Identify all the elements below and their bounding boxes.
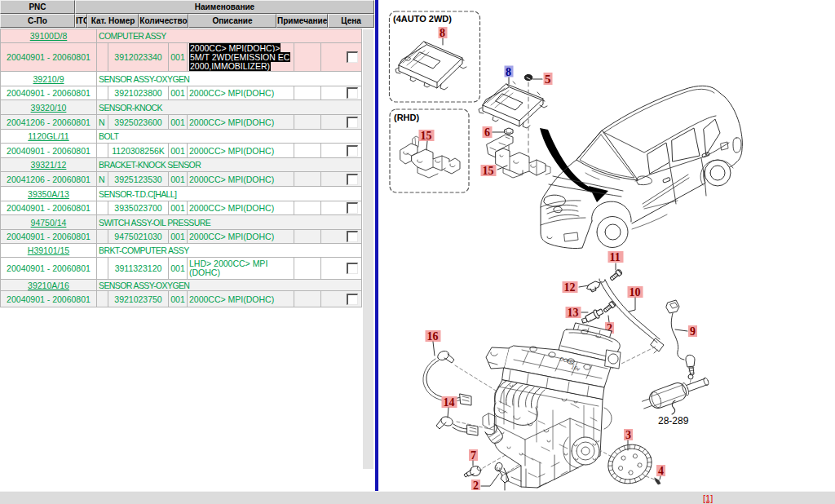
svg-text:4: 4 [658, 465, 664, 477]
svg-text:(4AUTO 2WD): (4AUTO 2WD) [393, 14, 452, 24]
svg-text:(RHD): (RHD) [394, 113, 419, 122]
svg-text:3: 3 [625, 429, 631, 441]
svg-text:12: 12 [564, 281, 576, 294]
svg-text:10: 10 [630, 286, 641, 298]
svg-text:16: 16 [427, 330, 439, 343]
svg-text:13: 13 [568, 307, 579, 319]
svg-text:8: 8 [440, 27, 445, 39]
svg-text:8: 8 [506, 66, 511, 78]
svg-text:15: 15 [421, 130, 432, 142]
svg-text:5: 5 [545, 73, 551, 86]
svg-text:2: 2 [473, 480, 479, 492]
svg-text:11: 11 [610, 251, 621, 263]
svg-text:7: 7 [471, 449, 476, 462]
svg-text:14: 14 [444, 396, 455, 409]
svg-text:15: 15 [483, 165, 494, 177]
svg-text:28-289: 28-289 [658, 415, 689, 427]
svg-text:6: 6 [484, 126, 490, 139]
svg-text:9: 9 [690, 325, 696, 338]
